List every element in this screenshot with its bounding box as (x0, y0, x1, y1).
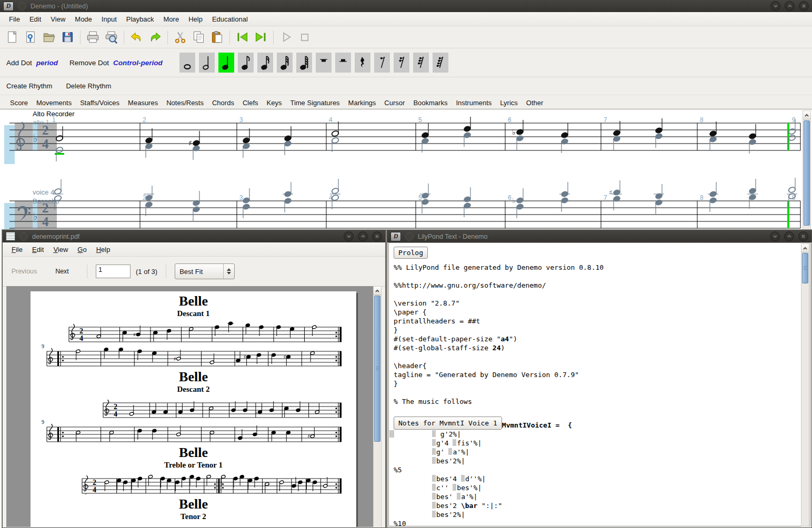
note-head[interactable] (613, 196, 620, 202)
menu-other[interactable]: Other (523, 97, 547, 108)
menu-lyrics[interactable]: Lyrics (496, 97, 521, 108)
close-button[interactable] (372, 231, 382, 241)
note-anchor[interactable] (432, 502, 436, 509)
menu-movements[interactable]: Movements (33, 97, 75, 108)
whole-rest-button[interactable] (316, 53, 332, 73)
scrollbar-thumb[interactable] (802, 253, 808, 283)
note-anchor[interactable] (432, 448, 436, 455)
note-anchor[interactable] (432, 493, 436, 500)
print-preview-button[interactable] (102, 28, 121, 46)
main-titlebar[interactable]: D Denemo - (Untitled) (0, 0, 812, 12)
note-head[interactable] (284, 135, 292, 142)
menu-notes-rests[interactable]: Notes/Rests (163, 97, 207, 108)
note-anchor[interactable] (448, 448, 452, 455)
scroll-up-button[interactable] (801, 244, 809, 252)
note-head[interactable] (655, 193, 663, 200)
note-head[interactable] (560, 132, 568, 139)
note-head[interactable] (242, 204, 250, 210)
close-button[interactable] (798, 231, 808, 241)
note-head[interactable] (788, 187, 796, 194)
note-head[interactable] (284, 140, 292, 147)
zoom-spinner-icon[interactable] (223, 264, 234, 279)
menu-mode[interactable]: Mode (70, 13, 97, 25)
note-head[interactable] (516, 135, 524, 142)
add-dot-button[interactable]: Add Dot (6, 59, 32, 67)
menu-input[interactable]: Input (97, 13, 122, 25)
note-head[interactable] (560, 197, 568, 204)
note-head[interactable] (145, 137, 153, 144)
note-anchor[interactable] (457, 493, 460, 500)
note-head[interactable] (655, 133, 663, 140)
note-head[interactable] (613, 189, 620, 196)
menu-clefs[interactable]: Clefs (239, 97, 262, 108)
pdf-content-area[interactable]: BelleDescant 124♯9♯♯♯BelleDescant 224♭9♯… (6, 286, 382, 527)
menu-keys[interactable]: Keys (263, 97, 286, 108)
menu-measures[interactable]: Measures (124, 97, 162, 108)
print-button[interactable] (84, 28, 102, 46)
menu-delete-rhythm[interactable]: Delete Rhythm (66, 82, 111, 90)
pdf-window-menu-icon[interactable] (19, 232, 28, 241)
note-anchor[interactable] (432, 484, 436, 491)
note-head[interactable] (748, 194, 756, 201)
note-head[interactable] (655, 199, 663, 206)
note-head[interactable] (331, 137, 339, 144)
lilypond-vertical-scrollbar[interactable] (801, 243, 809, 526)
note-head[interactable] (655, 127, 663, 134)
note-head[interactable] (463, 202, 471, 209)
pdf-titlebar[interactable]: denemoprint.pdf (3, 230, 385, 242)
menu-playback[interactable]: Playback (122, 13, 159, 25)
scrollbar-thumb[interactable] (374, 296, 380, 442)
note-head[interactable] (463, 196, 471, 203)
note-head[interactable] (242, 197, 250, 204)
note-head[interactable] (516, 197, 524, 204)
menu-score[interactable]: Score (6, 97, 32, 108)
eighth-rest-button[interactable] (374, 53, 390, 73)
note-head[interactable] (463, 132, 471, 139)
open-button[interactable] (40, 28, 58, 46)
note-head[interactable] (516, 204, 524, 210)
pdf-vertical-scrollbar[interactable] (373, 286, 382, 527)
close-button[interactable] (799, 1, 809, 11)
note-anchor[interactable] (432, 475, 436, 482)
note-anchor[interactable] (453, 484, 456, 491)
scroll-up-button[interactable] (374, 287, 381, 295)
sixtyfourth-note-button[interactable] (296, 53, 312, 73)
scroll-up-button[interactable] (803, 111, 810, 119)
properties-button[interactable] (22, 28, 40, 46)
play-button[interactable] (277, 28, 295, 46)
minimize-button[interactable] (770, 231, 780, 241)
note-head[interactable] (192, 200, 200, 207)
note-head[interactable] (145, 195, 153, 201)
menu-view[interactable]: View (46, 13, 70, 25)
go-first-button[interactable] (233, 28, 252, 46)
note-anchor[interactable] (432, 430, 436, 437)
undo-button[interactable] (127, 28, 146, 46)
note-head[interactable] (192, 206, 200, 213)
note-head[interactable] (192, 140, 200, 147)
lilypond-window-menu-icon[interactable] (405, 232, 414, 241)
cut-button[interactable] (171, 28, 189, 46)
sixteenth-note-button[interactable] (257, 53, 273, 73)
note-head[interactable] (331, 195, 339, 201)
note-head[interactable] (748, 133, 756, 140)
note-head[interactable] (331, 188, 339, 195)
window-menu-icon[interactable] (18, 2, 26, 11)
previous-page-button[interactable]: Previous (8, 268, 41, 275)
note-head[interactable] (748, 139, 756, 146)
menu-cursor[interactable]: Cursor (380, 97, 408, 108)
note-head[interactable] (709, 191, 717, 198)
maximize-button[interactable] (785, 1, 795, 11)
note-head[interactable] (463, 126, 471, 133)
menu-file[interactable]: File (4, 13, 25, 25)
note-head[interactable] (560, 191, 568, 198)
eighth-note-button[interactable] (238, 53, 254, 73)
lilypond-text-area[interactable]: Prolog %% LilyPond file generated by Den… (388, 242, 810, 526)
menu-more[interactable]: More (159, 13, 184, 25)
note-head[interactable] (516, 129, 524, 136)
note-head[interactable] (613, 136, 620, 143)
note-head[interactable] (421, 199, 429, 206)
minimize-button[interactable] (344, 231, 354, 241)
new-document-button[interactable] (3, 28, 22, 46)
note-head[interactable] (421, 192, 429, 199)
minimize-button[interactable] (770, 1, 780, 11)
